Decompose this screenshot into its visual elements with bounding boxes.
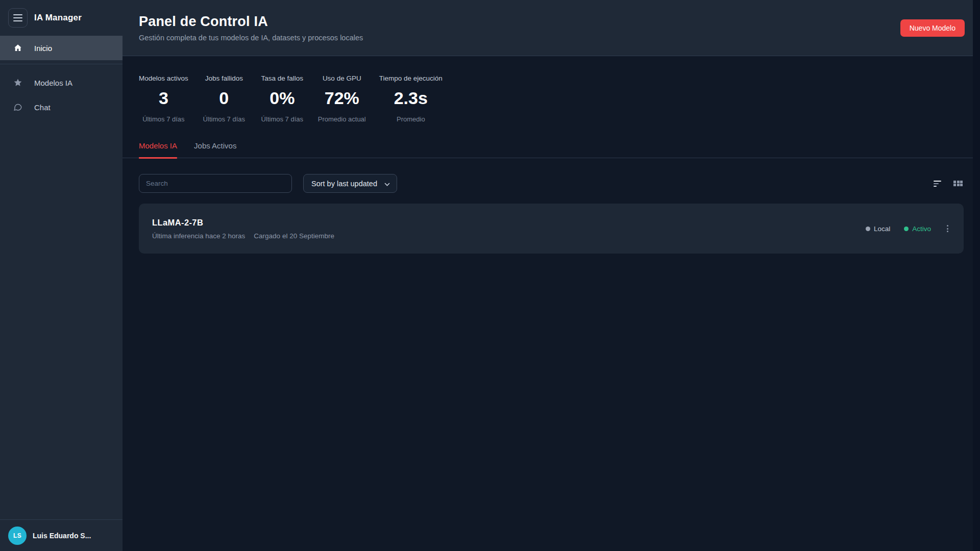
stat-value: 2.3s — [379, 89, 443, 107]
tab-jobs-activos[interactable]: Jobs Activos — [194, 141, 236, 158]
page-subtitle: Gestión completa de tus modelos de IA, d… — [139, 34, 363, 42]
sidebar-item-modelos[interactable]: Modelos IA — [0, 70, 122, 95]
model-badges: Local Activo — [866, 223, 950, 234]
sidebar-item-label: Chat — [34, 103, 51, 112]
page-header-text: Panel de Control IA Gestión completa de … — [139, 14, 363, 42]
stat-label: Uso de GPU — [318, 74, 366, 82]
page-title: Panel de Control IA — [139, 14, 363, 30]
grid-view-button[interactable] — [952, 180, 964, 188]
active-dot-icon — [904, 227, 909, 231]
view-toggle-group — [933, 180, 964, 188]
stat-label: Tasa de fallos — [260, 74, 305, 82]
stat-label: Jobs fallidos — [202, 74, 247, 82]
sidebar-nav: Inicio Modelos IA Chat — [0, 36, 122, 119]
sidebar-divider — [0, 64, 122, 64]
stat-value: 72% — [318, 89, 366, 107]
stats-row: Modelos activos 3 Últimos 7 días Jobs fa… — [122, 56, 980, 123]
avatar: LS — [8, 527, 27, 545]
model-last-inference: Última inferencia hace 2 horas — [152, 232, 245, 240]
chat-icon — [13, 103, 23, 112]
model-menu-button[interactable] — [945, 223, 950, 234]
stat-caption: Promedio — [379, 115, 443, 123]
chevron-down-icon — [384, 180, 390, 188]
stat-jobs-fallidos: Jobs fallidos 0 Últimos 7 días — [202, 74, 247, 123]
kebab-icon — [947, 225, 948, 227]
app-root: IA Manager Inicio Modelos IA Chat — [0, 0, 980, 551]
star-icon — [13, 78, 23, 87]
toolbar: Sort by last updated — [122, 174, 980, 193]
home-icon — [13, 43, 23, 53]
stat-tiempo-ejecucion: Tiempo de ejecución 2.3s Promedio — [379, 74, 443, 123]
status-badge: Activo — [904, 225, 931, 233]
stat-caption: Promedio actual — [318, 115, 366, 123]
list-view-button[interactable] — [933, 180, 942, 188]
location-badge: Local — [866, 225, 890, 233]
stat-label: Modelos activos — [139, 74, 188, 82]
stat-modelos-activos: Modelos activos 3 Últimos 7 días — [139, 74, 188, 123]
new-model-button[interactable]: Nuevo Modelo — [900, 19, 965, 37]
tab-modelos-ia[interactable]: Modelos IA — [139, 141, 177, 158]
local-dot-icon — [866, 227, 870, 231]
app-title: IA Manager — [34, 13, 82, 23]
stat-value: 0 — [202, 89, 247, 107]
sidebar-user[interactable]: LS Luis Eduardo S... — [0, 519, 122, 551]
stat-label: Tiempo de ejecución — [379, 74, 443, 82]
tab-bar: Modelos IA Jobs Activos — [122, 141, 980, 158]
stat-caption: Últimos 7 días — [260, 115, 305, 123]
model-loaded-date: Cargado el 20 Septiembre — [254, 232, 334, 240]
main-content: Panel de Control IA Gestión completa de … — [122, 0, 980, 551]
stat-value: 0% — [260, 89, 305, 107]
model-name: LLaMA-2-7B — [152, 218, 334, 228]
sidebar-item-label: Modelos IA — [34, 79, 72, 87]
sidebar-item-label: Inicio — [34, 44, 52, 53]
model-info: LLaMA-2-7B Última inferencia hace 2 hora… — [152, 218, 334, 240]
sidebar: IA Manager Inicio Modelos IA Chat — [0, 0, 122, 551]
stat-caption: Últimos 7 días — [139, 115, 188, 123]
sort-selected-value: Sort by last updated — [311, 180, 377, 188]
sidebar-item-inicio[interactable]: Inicio — [0, 36, 122, 60]
scrollbar-track[interactable] — [973, 0, 980, 551]
stat-uso-gpu: Uso de GPU 72% Promedio actual — [318, 74, 366, 123]
sidebar-item-chat[interactable]: Chat — [0, 95, 122, 119]
sidebar-header: IA Manager — [0, 0, 122, 36]
search-input[interactable] — [139, 174, 292, 193]
model-card[interactable]: LLaMA-2-7B Última inferencia hace 2 hora… — [139, 204, 964, 254]
page-header: Panel de Control IA Gestión completa de … — [122, 0, 980, 56]
model-meta: Última inferencia hace 2 horas Cargado e… — [152, 232, 334, 240]
stat-value: 3 — [139, 89, 188, 107]
list-view-icon — [934, 181, 941, 187]
hamburger-icon — [13, 14, 22, 15]
hamburger-menu-button[interactable] — [8, 8, 28, 28]
stat-caption: Últimos 7 días — [202, 115, 247, 123]
grid-view-icon — [953, 181, 963, 187]
sort-dropdown[interactable]: Sort by last updated — [303, 174, 397, 193]
stat-tasa-fallos: Tasa de fallos 0% Últimos 7 días — [260, 74, 305, 123]
user-name: Luis Eduardo S... — [33, 532, 91, 540]
